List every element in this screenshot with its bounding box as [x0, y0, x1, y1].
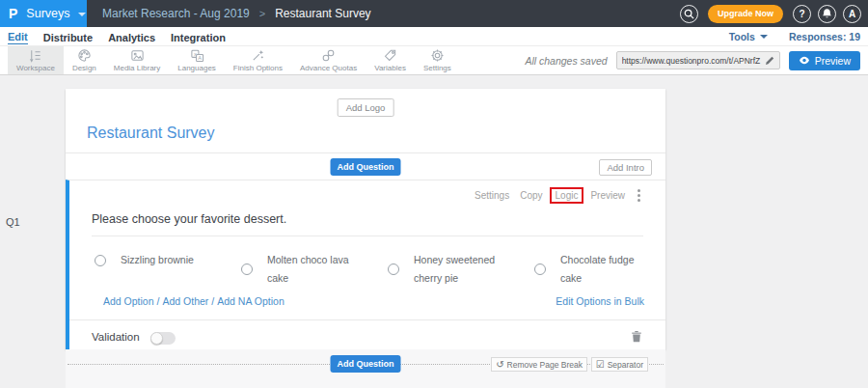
- toolbar-item-workspace[interactable]: Workspace: [8, 46, 64, 74]
- advance-quotas-icon: [321, 48, 336, 64]
- survey-editor-canvas: Q1 Add Logo Restaurant Survey Add Questi…: [0, 75, 868, 388]
- save-status: All changes saved: [525, 55, 607, 67]
- question-block: Settings Copy Logic Preview Please choos…: [66, 180, 665, 349]
- checkbox-checked-icon: ☑: [596, 359, 605, 370]
- question-preview-link[interactable]: Preview: [590, 190, 625, 201]
- main-tabs: Edit Distribute Analytics Integration To…: [0, 27, 868, 46]
- question-actions: Settings Copy Logic Preview: [475, 189, 640, 202]
- delete-question-button[interactable]: [631, 329, 642, 346]
- breadcrumb: Market Research - Aug 2019 > Restaurant …: [102, 0, 371, 27]
- languages-icon: xA: [190, 48, 204, 64]
- tab-distribute[interactable]: Distribute: [43, 30, 93, 43]
- search-button[interactable]: [680, 5, 698, 23]
- more-options-icon[interactable]: [637, 189, 640, 202]
- validation-row: Validation: [69, 319, 665, 349]
- finish-options-icon: [251, 48, 265, 64]
- design-icon: [77, 48, 92, 64]
- media-library-icon: [130, 48, 145, 64]
- preview-button[interactable]: Preview: [789, 51, 860, 70]
- tab-analytics[interactable]: Analytics: [108, 30, 155, 43]
- validation-toggle[interactable]: [150, 332, 176, 345]
- notifications-button[interactable]: [818, 5, 836, 23]
- survey-card: Add Logo Restaurant Survey Add Question …: [66, 89, 665, 349]
- validation-label: Validation: [92, 331, 140, 343]
- breadcrumb-separator: >: [259, 8, 265, 19]
- eye-icon: [799, 56, 810, 65]
- search-icon: [684, 9, 694, 19]
- survey-title[interactable]: Restaurant Survey: [87, 125, 215, 142]
- add-na-option-link[interactable]: Add NA Option: [217, 295, 284, 307]
- toolbar-item-advance-quotas[interactable]: Advance Quotas: [291, 46, 366, 74]
- survey-url: https://www.questionpro.com/t/APNrfZ: [622, 56, 761, 66]
- top-navigation-bar: P Surveys Market Research - Aug 2019 > R…: [0, 0, 868, 27]
- surveys-menu[interactable]: P Surveys: [0, 0, 87, 27]
- question-text[interactable]: Please choose your favorite dessert.: [92, 212, 286, 226]
- add-question-button-bottom[interactable]: Add Question: [331, 355, 401, 373]
- responses-count[interactable]: Responses: 19: [789, 31, 860, 42]
- option-sizzling-brownie: Sizzling brownie: [95, 251, 241, 269]
- toolbar-item-variables[interactable]: Variables: [366, 46, 415, 74]
- option-molten-choco-lava-cake: Molten choco lava cake: [241, 251, 388, 288]
- tools-menu[interactable]: Tools: [729, 31, 768, 42]
- survey-url-field[interactable]: https://www.questionpro.com/t/APNrfZ: [616, 51, 780, 69]
- answer-options: Sizzling brownie Molten choco lava cake …: [95, 251, 681, 288]
- edit-options-in-bulk-link[interactable]: Edit Options in Bulk: [556, 295, 644, 307]
- chevron-down-icon: [78, 13, 86, 16]
- add-intro-button[interactable]: Add Intro: [599, 159, 652, 176]
- option-chocolate-fudge-cake: Chocolate fudge cake: [534, 251, 681, 288]
- tabs-right: Tools Responses: 19: [729, 31, 868, 42]
- question-number: Q1: [6, 216, 20, 228]
- add-logo-button[interactable]: Add Logo: [338, 98, 394, 117]
- toolbar-item-languages[interactable]: xA Languages: [169, 46, 225, 74]
- tab-edit[interactable]: Edit: [8, 29, 28, 44]
- add-question-row: Add Question Add Intro: [66, 152, 665, 180]
- refresh-icon: ↺: [496, 359, 503, 370]
- question-text-underline: [92, 236, 643, 236]
- option-links: Add Option/Add Other/Add NA Option: [103, 295, 285, 307]
- tab-integration[interactable]: Integration: [171, 30, 226, 43]
- workspace-icon: [28, 48, 42, 64]
- toolbar-item-design[interactable]: Design: [64, 46, 105, 74]
- edit-toolbar: Workspace Design Media Library xA Langua…: [0, 46, 868, 75]
- separator-button[interactable]: ☑ Separator: [591, 357, 648, 372]
- topbar-actions: Upgrade Now ? A: [680, 0, 868, 27]
- radio-button[interactable]: [534, 263, 546, 275]
- question-settings-link[interactable]: Settings: [475, 190, 509, 201]
- add-other-link[interactable]: Add Other: [162, 295, 208, 307]
- radio-button[interactable]: [241, 263, 253, 275]
- option-honey-sweetened-cherry-pie: Honey sweetened cherry pie: [388, 251, 534, 288]
- variables-icon: [383, 48, 397, 64]
- chevron-down-icon: [760, 35, 768, 39]
- toolbar-right: All changes saved https://www.questionpr…: [525, 46, 868, 74]
- toggle-knob: [150, 332, 163, 345]
- pencil-icon[interactable]: [765, 56, 774, 66]
- add-option-link[interactable]: Add Option: [103, 295, 154, 307]
- bell-icon: [822, 8, 832, 19]
- add-question-button[interactable]: Add Question: [331, 158, 401, 176]
- settings-icon: [430, 48, 445, 64]
- avatar[interactable]: A: [843, 5, 861, 23]
- trash-icon: [631, 330, 642, 343]
- breadcrumb-parent[interactable]: Market Research - Aug 2019: [102, 7, 250, 20]
- question-logic-link[interactable]: Logic: [550, 187, 584, 204]
- page-break-row: Add Question ↺ Remove Page Break ☑ Separ…: [66, 349, 665, 388]
- surveys-menu-label: Surveys: [26, 7, 69, 20]
- help-button[interactable]: ?: [793, 5, 811, 23]
- remove-page-break-button[interactable]: ↺ Remove Page Break: [491, 357, 587, 372]
- svg-text:A: A: [198, 55, 202, 61]
- toolbar-item-finish-options[interactable]: Finish Options: [225, 46, 291, 74]
- toolbar-item-media-library[interactable]: Media Library: [105, 46, 169, 74]
- upgrade-now-button[interactable]: Upgrade Now: [708, 5, 783, 23]
- radio-button[interactable]: [95, 255, 106, 266]
- toolbar-item-settings[interactable]: Settings: [415, 46, 460, 74]
- questionpro-logo: P: [9, 6, 17, 21]
- question-copy-link[interactable]: Copy: [520, 190, 542, 201]
- breadcrumb-current: Restaurant Survey: [275, 7, 370, 20]
- radio-button[interactable]: [388, 263, 399, 275]
